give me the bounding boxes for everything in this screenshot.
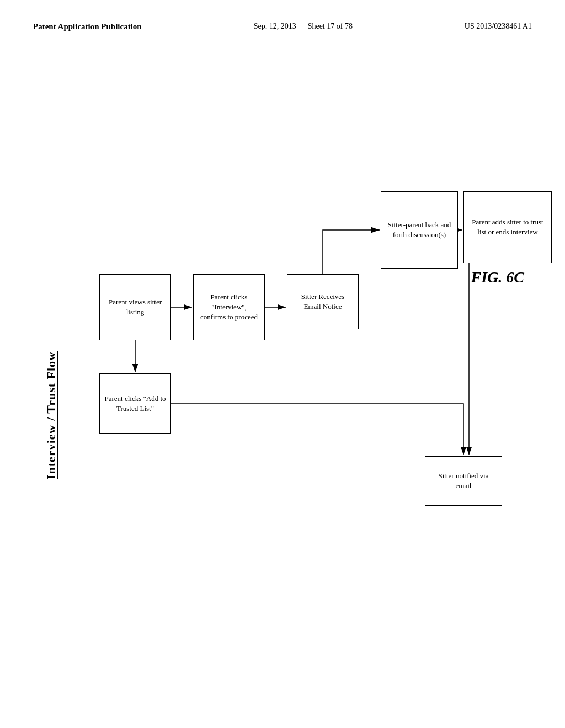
box-sitter-notified: Sitter notified via email [425, 456, 502, 506]
box-parent-clicks-interview-text: Parent clicks "Interview", confirms to p… [198, 292, 260, 323]
header-sheet: Sheet 17 of 78 [308, 22, 353, 30]
box-parent-clicks-add: Parent clicks "Add to Trusted List" [99, 373, 171, 434]
header-center: Sep. 12, 2013 Sheet 17 of 78 [254, 22, 353, 31]
figure-label: FIG. 6C [471, 269, 524, 286]
flowchart: Parent views sitter listing Parent click… [99, 81, 530, 660]
box-parent-views-listing: Parent views sitter listing [99, 274, 171, 340]
page: Patent Application Publication Sep. 12, … [0, 0, 565, 728]
box-parent-clicks-interview: Parent clicks "Interview", confirms to p… [193, 274, 265, 340]
section-title: Interview / Trust Flow [44, 351, 58, 479]
arrows-svg [99, 81, 530, 660]
header-patent-number: US 2013/0238461 A1 [465, 22, 532, 31]
box-parent-adds-text: Parent adds sitter to trust list or ends… [468, 217, 547, 237]
box-sitter-receives-text: Sitter Receives Email Notice [292, 292, 354, 312]
box-parent-adds-sitter: Parent adds sitter to trust list or ends… [463, 191, 552, 263]
box-sitter-notified-text: Sitter notified via email [430, 471, 497, 491]
box-parent-views-text: Parent views sitter listing [104, 297, 166, 317]
box-sitter-receives-email: Sitter Receives Email Notice [287, 274, 359, 329]
box-sitter-parent-discussion: Sitter-parent back and forth discussion(… [381, 191, 458, 269]
header-date: Sep. 12, 2013 [254, 22, 296, 30]
page-header: Patent Application Publication Sep. 12, … [33, 22, 532, 31]
box-sitter-parent-discussion-text: Sitter-parent back and forth discussion(… [386, 220, 453, 240]
diagram-area: Interview / Trust Flow [33, 65, 532, 671]
publication-label: Patent Application Publication [33, 22, 142, 31]
box-parent-clicks-add-text: Parent clicks "Add to Trusted List" [104, 394, 166, 414]
